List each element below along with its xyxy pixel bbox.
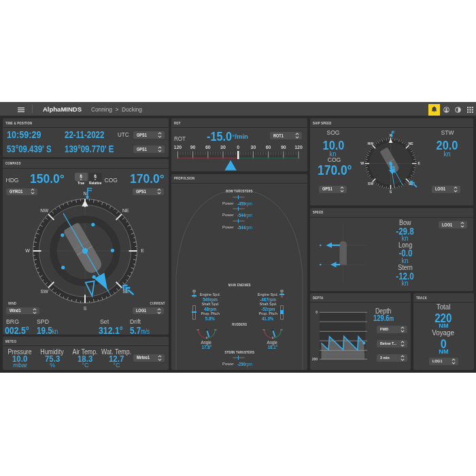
svg-text:W: W bbox=[360, 161, 364, 165]
svg-text:NW: NW bbox=[368, 141, 374, 146]
svg-text:120: 120 bbox=[174, 145, 182, 150]
svg-text:200: 200 bbox=[312, 357, 318, 361]
svg-text:S: S bbox=[390, 190, 392, 194]
svg-text:0: 0 bbox=[237, 145, 239, 150]
svg-text:E: E bbox=[418, 161, 421, 165]
svg-text:90: 90 bbox=[190, 145, 196, 150]
svg-text:NW: NW bbox=[40, 207, 48, 212]
svg-text:W: W bbox=[25, 248, 30, 253]
svg-text:60: 60 bbox=[266, 145, 271, 150]
svg-text:SW: SW bbox=[41, 289, 49, 294]
svg-text:90: 90 bbox=[281, 145, 286, 150]
svg-text:S: S bbox=[84, 305, 87, 310]
svg-text:60: 60 bbox=[205, 145, 211, 150]
svg-text:N: N bbox=[83, 190, 86, 195]
svg-text:NE: NE bbox=[122, 207, 129, 212]
svg-text:0: 0 bbox=[316, 310, 318, 314]
svg-text:E: E bbox=[141, 248, 144, 253]
svg-text:120: 120 bbox=[294, 145, 303, 150]
svg-text:NE: NE bbox=[408, 141, 413, 146]
svg-text:30: 30 bbox=[251, 145, 256, 150]
svg-text:30: 30 bbox=[220, 145, 226, 150]
svg-text:SW: SW bbox=[368, 182, 373, 186]
